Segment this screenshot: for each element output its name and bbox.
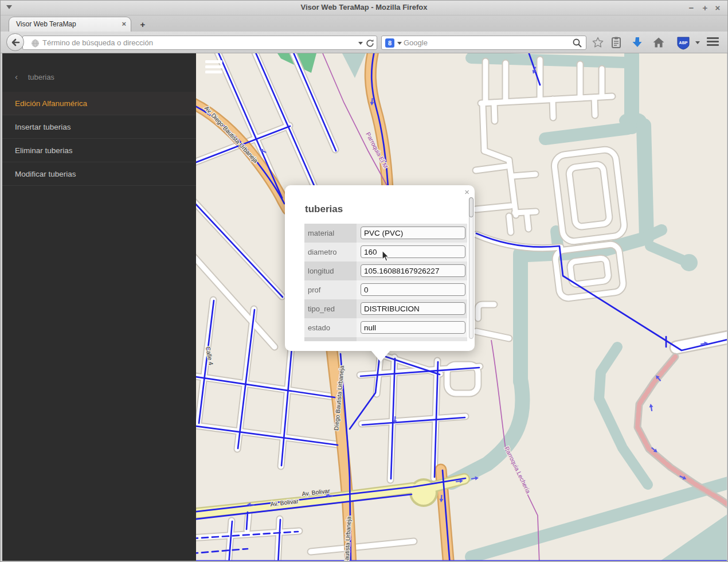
search-bar[interactable]: 8 Google (381, 36, 586, 50)
minimize-button[interactable]: − (685, 2, 698, 14)
longitud-field[interactable] (361, 264, 465, 277)
popup-close-icon[interactable]: × (464, 187, 469, 197)
field-label-tipo-red: tipo_red (304, 299, 357, 318)
popup-title: tuberias (305, 204, 343, 215)
page-content: ‹ tuberias Edición Alfanumérica Insertar… (1, 53, 728, 562)
browser-window: Visor Web TeraMap - Mozilla Firefox − + … (0, 0, 728, 562)
downloads-icon[interactable] (631, 36, 644, 49)
url-input[interactable]: Término de búsqueda o dirección (42, 38, 153, 47)
search-engine-icon[interactable]: 8 (385, 38, 394, 48)
tipo-red-field[interactable] (361, 302, 465, 315)
back-button[interactable] (6, 33, 24, 51)
table-row: tipo_red (304, 299, 467, 318)
map-sidebar-toggle-icon[interactable] (205, 60, 224, 76)
window-title: Visor Web TeraMap - Mozilla Firefox (1, 3, 727, 11)
back-chevron-icon[interactable]: ‹ (15, 72, 18, 81)
tab-title: Visor Web TeraMap (16, 20, 76, 28)
menu-icon[interactable] (707, 37, 719, 48)
navigation-toolbar: Término de búsqueda o dirección 8 Google (1, 32, 727, 53)
home-icon[interactable] (652, 36, 665, 49)
search-icon[interactable] (572, 38, 582, 48)
reload-icon[interactable] (365, 38, 375, 48)
url-dropdown-icon[interactable] (358, 42, 363, 45)
search-dropdown-icon[interactable] (397, 42, 402, 45)
popup-attribute-table: material diametro longitud prof (304, 224, 467, 341)
search-input[interactable]: Google (404, 38, 428, 47)
popup-scrollbar-track[interactable] (469, 197, 473, 339)
estado-field[interactable] (361, 321, 465, 334)
sidebar-item-edicion-alfanumerica[interactable]: Edición Alfanumérica (2, 92, 196, 115)
prof-field[interactable] (361, 283, 465, 296)
material-field[interactable] (361, 227, 465, 239)
popup-tail (371, 350, 390, 362)
diametro-field[interactable] (361, 245, 465, 258)
svg-text:ABP: ABP (679, 41, 688, 45)
table-row: longitud (304, 262, 467, 280)
globe-icon (31, 39, 40, 48)
field-label-diametro: diametro (304, 243, 357, 262)
url-bar[interactable]: Término de búsqueda o dirección (22, 36, 377, 50)
sidebar-header[interactable]: ‹ tuberias (2, 53, 196, 92)
bookmark-star-icon[interactable] (592, 36, 604, 49)
field-label-material: material (304, 224, 357, 243)
adblock-icon[interactable]: ABP (676, 36, 691, 50)
mouse-cursor (382, 250, 390, 262)
tab-close-icon[interactable]: × (122, 19, 126, 28)
table-row-partial (304, 337, 467, 341)
tab-visor-web-teramap[interactable]: Visor Web TeraMap × (9, 17, 131, 32)
table-row: estado (304, 318, 467, 337)
sidebar-item-insertar-tuberias[interactable]: Insertar tuberias (2, 115, 196, 139)
sidebar: ‹ tuberias Edición Alfanumérica Insertar… (2, 53, 196, 561)
sidebar-item-modificar-tuberias[interactable]: Modificar tuberias (2, 162, 196, 186)
feature-popup-wrap: × tuberias material diametro longitud (285, 185, 475, 351)
back-arrow-icon (10, 37, 21, 48)
close-button[interactable]: × (711, 2, 724, 14)
field-label-estado: estado (304, 318, 357, 337)
popup-scrollbar-thumb[interactable] (469, 197, 473, 217)
window-titlebar: Visor Web TeraMap - Mozilla Firefox − + … (1, 1, 727, 15)
field-label-prof: prof (304, 280, 357, 299)
adblock-dropdown-icon[interactable] (695, 41, 700, 44)
table-row: material (304, 224, 467, 243)
table-row: prof (304, 280, 467, 299)
maximize-button[interactable]: + (699, 2, 711, 14)
new-tab-button[interactable]: + (136, 19, 150, 30)
field-label-longitud: longitud (304, 262, 357, 280)
sidebar-header-label: tuberias (28, 73, 54, 81)
sidebar-item-eliminar-tuberias[interactable]: Eliminar tuberias (2, 139, 196, 162)
feature-popup: × tuberias material diametro longitud (285, 185, 475, 351)
bookmarks-clipboard-icon[interactable] (610, 36, 623, 49)
map-canvas[interactable]: Av. Diego Bautista Urbaneja Calle 4 Av. … (196, 53, 727, 561)
tab-bar: Visor Web TeraMap × + (1, 15, 727, 32)
